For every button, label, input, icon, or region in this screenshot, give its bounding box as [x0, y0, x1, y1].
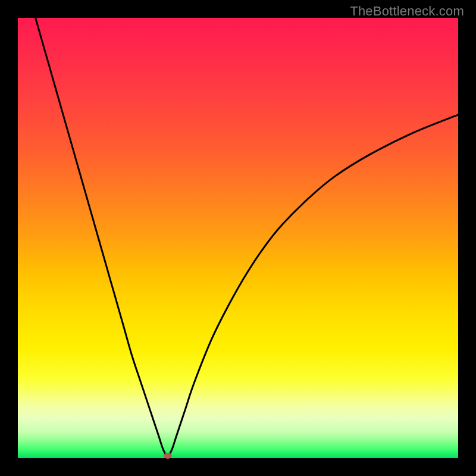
bottleneck-curve — [36, 18, 458, 456]
minimum-marker — [164, 453, 172, 459]
plot-area — [18, 18, 458, 458]
watermark-text: TheBottleneck.com — [350, 4, 464, 19]
curve-svg — [18, 18, 458, 458]
chart-frame: TheBottleneck.com — [0, 0, 476, 476]
